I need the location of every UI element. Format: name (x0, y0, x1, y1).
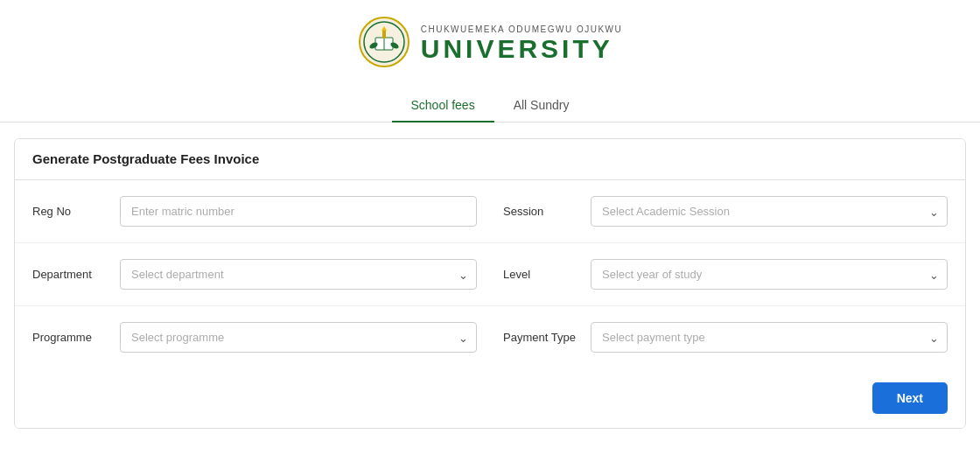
select-wrapper-payment-type: Select payment type Full Payment Install… (591, 322, 948, 353)
form-card: Generate Postgraduate Fees Invoice Reg N… (14, 138, 966, 429)
header: CHUKWUEMEKA ODUMEGWU OJUKWU UNIVERSITY (0, 0, 980, 80)
next-button[interactable]: Next (872, 382, 948, 414)
card-title: Generate Postgraduate Fees Invoice (32, 151, 259, 166)
card-header: Generate Postgraduate Fees Invoice (15, 139, 965, 180)
select-department[interactable]: Select department (120, 259, 477, 290)
label-level: Level (503, 268, 591, 281)
label-programme: Programme (32, 331, 120, 344)
select-session[interactable]: Select Academic Session 2021/2022 2022/2… (591, 196, 948, 227)
form-group-level: Level Select year of study 100 200 300 4… (503, 259, 948, 290)
page-wrapper: CHUKWUEMEKA ODUMEGWU OJUKWU UNIVERSITY S… (0, 0, 980, 462)
form-group-programme: Programme Select programme ⌄ (32, 322, 477, 353)
form-group-regno: Reg No (32, 196, 477, 227)
form-row-1: Reg No Session Select Academic Session 2… (15, 180, 965, 243)
form-group-payment-type: Payment Type Select payment type Full Pa… (503, 322, 948, 353)
logo-title: UNIVERSITY (421, 34, 623, 63)
input-regno[interactable] (120, 196, 477, 227)
card-body: Reg No Session Select Academic Session 2… (15, 180, 965, 368)
form-group-session: Session Select Academic Session 2021/202… (503, 196, 948, 227)
select-wrapper-session: Select Academic Session 2021/2022 2022/2… (591, 196, 948, 227)
label-session: Session (503, 205, 591, 218)
tab-school-fees[interactable]: School fees (392, 89, 494, 122)
select-level[interactable]: Select year of study 100 200 300 400 500 (591, 259, 948, 290)
form-group-department: Department Select department ⌄ (32, 259, 477, 290)
card-footer: Next (15, 368, 965, 428)
select-programme[interactable]: Select programme (120, 322, 477, 353)
tab-all-sundry[interactable]: All Sundry (494, 89, 589, 122)
form-row-2: Department Select department ⌄ Level Sel… (15, 243, 965, 306)
svg-rect-4 (382, 30, 386, 38)
select-wrapper-level: Select year of study 100 200 300 400 500… (591, 259, 948, 290)
select-wrapper-programme: Select programme ⌄ (120, 322, 477, 353)
select-wrapper-department: Select department ⌄ (120, 259, 477, 290)
select-payment-type[interactable]: Select payment type Full Payment Install… (591, 322, 948, 353)
logo-subtitle: CHUKWUEMEKA ODUMEGWU OJUKWU (421, 24, 623, 34)
tabs-container: School fees All Sundry (0, 89, 980, 122)
label-department: Department (32, 268, 120, 281)
logo-emblem (358, 16, 410, 72)
form-row-3: Programme Select programme ⌄ Payment Typ… (15, 306, 965, 368)
label-regno: Reg No (32, 205, 120, 218)
logo-text: CHUKWUEMEKA ODUMEGWU OJUKWU UNIVERSITY (421, 24, 623, 63)
label-payment-type: Payment Type (503, 331, 591, 344)
